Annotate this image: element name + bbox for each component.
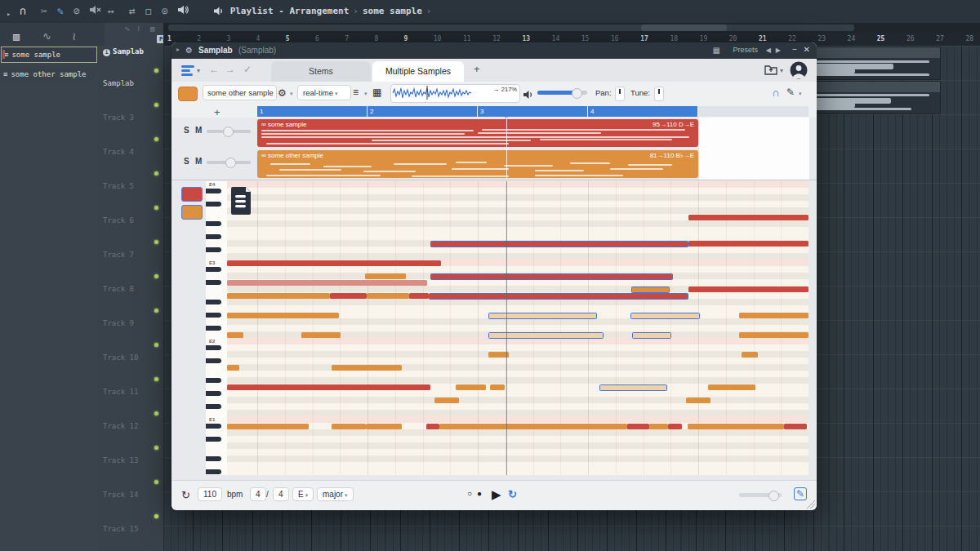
track-led[interactable] xyxy=(154,411,158,415)
redo-icon[interactable]: → xyxy=(225,64,235,75)
note-list-icon[interactable]: ≡ xyxy=(353,87,359,98)
track-led[interactable] xyxy=(154,69,158,73)
track-led[interactable] xyxy=(154,103,158,107)
ruler-bar-3[interactable]: 3 xyxy=(478,106,587,117)
metronome-dot-filled[interactable]: ● xyxy=(477,489,482,498)
sample-gear-icon[interactable]: ⚙ xyxy=(278,87,287,99)
piano-note[interactable] xyxy=(627,424,649,429)
track-volume-handle[interactable] xyxy=(223,127,234,137)
piano-note[interactable] xyxy=(332,424,366,429)
minimize-button[interactable]: − xyxy=(792,45,797,54)
zoom-tool-icon[interactable]: ⊙ xyxy=(162,4,168,19)
volume-slider[interactable] xyxy=(537,91,587,95)
piano-note[interactable] xyxy=(227,260,441,266)
piano-note[interactable] xyxy=(367,293,409,299)
track-led[interactable] xyxy=(154,309,158,313)
piano-note[interactable] xyxy=(688,424,784,429)
track-led[interactable] xyxy=(154,377,158,381)
delete-tool-icon[interactable]: ⊘ xyxy=(74,4,80,19)
time-sig-numerator[interactable]: 4 xyxy=(250,487,266,501)
track-led[interactable] xyxy=(154,514,158,518)
playlist-scrollbar-view[interactable] xyxy=(641,24,727,31)
volume-slider-handle[interactable] xyxy=(572,88,582,99)
piano-note[interactable] xyxy=(686,398,710,403)
piano-note[interactable] xyxy=(708,384,755,390)
presets-label[interactable]: Presets xyxy=(733,46,758,54)
piano-note[interactable] xyxy=(688,287,808,292)
piano-key-black[interactable] xyxy=(206,404,221,409)
bpm-input[interactable]: 110 xyxy=(198,487,222,501)
solo-button[interactable]: S xyxy=(184,126,189,135)
edit-notes-button[interactable]: ✎ xyxy=(794,487,807,500)
menu-chevron-icon[interactable]: ▾ xyxy=(197,67,200,74)
piano-note[interactable] xyxy=(456,384,486,390)
pattern-item-some-sample[interactable]: ≡some sample xyxy=(1,47,97,63)
piano-key-black[interactable] xyxy=(206,358,221,363)
piano-note[interactable] xyxy=(366,424,402,429)
piano-note[interactable] xyxy=(227,424,309,429)
piano-view-icon[interactable]: ▦ xyxy=(372,87,381,98)
resync-icon[interactable]: ↻ xyxy=(181,489,190,501)
export-folder-icon[interactable] xyxy=(764,64,779,79)
paint-tool-icon[interactable]: ✎ xyxy=(57,4,64,19)
piano-note[interactable] xyxy=(434,398,459,403)
magnet-icon[interactable]: ∩ xyxy=(20,4,26,19)
track-led[interactable] xyxy=(154,274,158,278)
plugin-titlebar[interactable]: ▸ ⚙ Samplab (Samplab) ▦ Presets ◀ ▶ − ✕ xyxy=(172,42,817,59)
rack-track-track-6[interactable]: Track 6 xyxy=(103,216,134,224)
piano-key-black[interactable] xyxy=(206,378,221,383)
piano-roll-grid[interactable] xyxy=(227,181,808,475)
sample-clip-orange[interactable]: ∞ some other sample 81→110 B♭→E xyxy=(257,150,698,178)
ruler-bar-4[interactable]: 4 xyxy=(588,106,697,117)
rack-track-track-11[interactable]: Track 11 xyxy=(103,388,138,396)
detach-icon[interactable]: ▸ xyxy=(7,7,11,21)
playlist-scrollbar-handle[interactable] xyxy=(168,24,854,31)
scale-select[interactable]: major▾ xyxy=(317,487,354,501)
plugin-detach-icon[interactable]: ▸ xyxy=(176,46,180,53)
picker-automation-icon[interactable]: ≀ xyxy=(137,24,140,33)
pattern-item-some-other-sample[interactable]: ≡some other sample xyxy=(1,67,96,82)
rack-track-track-3[interactable]: Track 3 xyxy=(103,113,134,122)
rack-track-track-5[interactable]: Track 5 xyxy=(103,182,134,190)
layer-swatch-orange[interactable] xyxy=(181,205,203,220)
piano-note[interactable] xyxy=(227,313,339,318)
piano-note[interactable] xyxy=(742,352,758,358)
plugin-keyboard-icon[interactable]: ▦ xyxy=(713,46,720,55)
rack-track-samplab[interactable]: Samplab xyxy=(103,79,134,87)
track-volume-handle[interactable] xyxy=(225,158,236,168)
piano-note[interactable] xyxy=(668,424,682,429)
rack-track-track-4[interactable]: Track 4 xyxy=(103,148,134,156)
piano-note[interactable] xyxy=(599,384,667,391)
track-volume-slider[interactable] xyxy=(207,161,251,164)
audio-view-icon[interactable]: ∿ xyxy=(42,29,51,44)
layer-swatch-red[interactable] xyxy=(181,187,203,202)
picker-audio-icon[interactable]: ∿ xyxy=(124,24,131,33)
track-led[interactable] xyxy=(154,446,158,450)
piano-key-black[interactable] xyxy=(206,437,221,442)
breadcrumb-root[interactable]: Playlist - Arrangement xyxy=(230,6,350,16)
piano-key-black[interactable] xyxy=(206,469,221,474)
piano-key-black[interactable] xyxy=(206,424,221,429)
mode-select[interactable]: real-time▾ xyxy=(297,85,351,100)
piano-key-black[interactable] xyxy=(206,391,221,396)
automation-view-icon[interactable]: ≀ xyxy=(72,29,76,44)
rack-track-track-8[interactable]: Track 8 xyxy=(103,285,134,293)
piano-note[interactable] xyxy=(739,313,808,318)
piano-note[interactable] xyxy=(430,273,673,280)
sample-color-swatch[interactable] xyxy=(178,87,198,101)
stretch-tool-icon[interactable]: ↔ xyxy=(108,4,114,19)
rack-track-track-13[interactable]: Track 13 xyxy=(103,456,138,464)
piano-key-black[interactable] xyxy=(206,280,221,285)
add-sample-button[interactable]: + xyxy=(214,106,220,118)
piano-key-black[interactable] xyxy=(206,234,221,239)
draw-tool-icon[interactable]: ✎ xyxy=(786,87,795,98)
piano-key-black[interactable] xyxy=(206,189,221,193)
track-led[interactable] xyxy=(154,171,158,176)
metronome-dot-open[interactable]: ○ xyxy=(467,489,472,498)
track-led[interactable] xyxy=(154,137,158,141)
key-select[interactable]: E▾ xyxy=(292,487,314,501)
sample-clip-red[interactable]: ∞ some sample 95→110 D→E xyxy=(257,119,698,147)
piano-note[interactable] xyxy=(784,424,807,429)
playlist-scrollbar[interactable] xyxy=(163,23,980,33)
breadcrumb-item[interactable]: some sample xyxy=(363,6,422,16)
